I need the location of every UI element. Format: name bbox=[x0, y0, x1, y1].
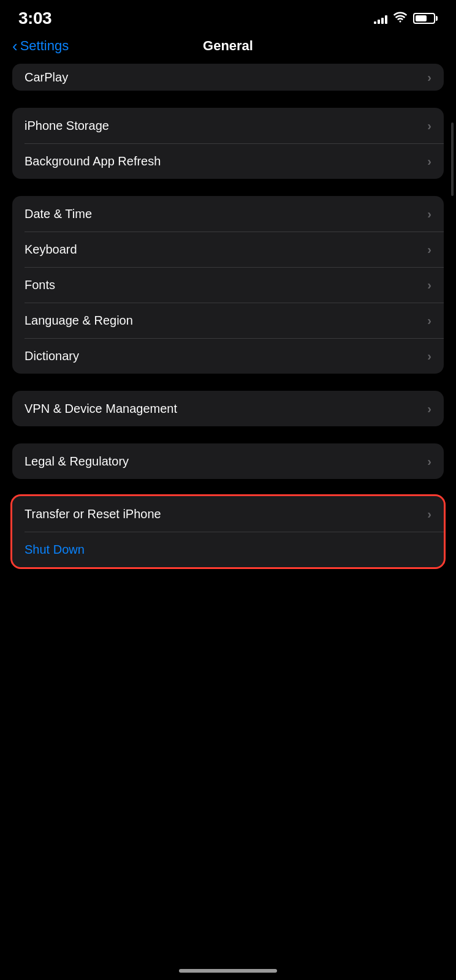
settings-item-carplay[interactable]: CarPlay › bbox=[12, 64, 444, 91]
chevron-right-icon: › bbox=[427, 70, 431, 85]
settings-content: CarPlay › iPhone Storage › Background Ap… bbox=[0, 64, 456, 567]
transfer-reset-label: Transfer or Reset iPhone bbox=[25, 507, 161, 521]
settings-item-fonts[interactable]: Fonts › bbox=[12, 267, 444, 303]
settings-item-vpn[interactable]: VPN & Device Management › bbox=[12, 391, 444, 426]
chevron-right-icon: › bbox=[427, 278, 431, 292]
settings-item-date-time[interactable]: Date & Time › bbox=[12, 196, 444, 232]
reset-group: Transfer or Reset iPhone › Shut Down bbox=[12, 496, 444, 567]
status-time: 3:03 bbox=[18, 9, 51, 28]
battery-icon bbox=[413, 13, 438, 24]
status-bar: 3:03 bbox=[0, 0, 456, 33]
settings-item-transfer-reset[interactable]: Transfer or Reset iPhone › bbox=[12, 496, 444, 532]
chevron-right-icon: › bbox=[427, 243, 431, 257]
signal-icon bbox=[374, 13, 387, 24]
chevron-right-icon: › bbox=[427, 119, 431, 133]
settings-item-shut-down[interactable]: Shut Down bbox=[12, 532, 444, 567]
vpn-group: VPN & Device Management › bbox=[12, 391, 444, 426]
dictionary-label: Dictionary bbox=[25, 349, 79, 363]
carplay-label: CarPlay bbox=[25, 70, 68, 85]
settings-item-keyboard[interactable]: Keyboard › bbox=[12, 232, 444, 267]
fonts-label: Fonts bbox=[25, 278, 55, 292]
datetime-group: Date & Time › Keyboard › Fonts › Languag… bbox=[12, 196, 444, 374]
date-time-label: Date & Time bbox=[25, 207, 92, 221]
chevron-right-icon: › bbox=[427, 314, 431, 328]
wifi-icon bbox=[393, 12, 407, 26]
page-title: General bbox=[203, 38, 253, 54]
keyboard-label: Keyboard bbox=[25, 243, 77, 257]
back-button-label: Settings bbox=[20, 38, 69, 54]
chevron-right-icon: › bbox=[427, 207, 431, 221]
settings-item-legal[interactable]: Legal & Regulatory › bbox=[12, 443, 444, 479]
legal-label: Legal & Regulatory bbox=[25, 454, 129, 469]
iphone-storage-label: iPhone Storage bbox=[25, 119, 109, 133]
settings-item-dictionary[interactable]: Dictionary › bbox=[12, 338, 444, 374]
chevron-right-icon: › bbox=[427, 349, 431, 363]
chevron-right-icon: › bbox=[427, 154, 431, 168]
background-app-refresh-label: Background App Refresh bbox=[25, 154, 161, 168]
settings-item-background-app-refresh[interactable]: Background App Refresh › bbox=[12, 143, 444, 179]
chevron-right-icon: › bbox=[427, 507, 431, 521]
scrollbar[interactable] bbox=[451, 123, 454, 196]
settings-item-iphone-storage[interactable]: iPhone Storage › bbox=[12, 108, 444, 143]
legal-group: Legal & Regulatory › bbox=[12, 443, 444, 479]
storage-group: iPhone Storage › Background App Refresh … bbox=[12, 108, 444, 179]
status-icons bbox=[374, 12, 438, 26]
back-button[interactable]: ‹ Settings bbox=[12, 38, 69, 54]
language-region-label: Language & Region bbox=[25, 314, 133, 328]
home-indicator bbox=[179, 969, 277, 973]
chevron-right-icon: › bbox=[427, 454, 431, 469]
nav-bar: ‹ Settings General bbox=[0, 33, 456, 64]
settings-item-language-region[interactable]: Language & Region › bbox=[12, 303, 444, 338]
shut-down-label: Shut Down bbox=[25, 543, 85, 557]
vpn-label: VPN & Device Management bbox=[25, 402, 177, 416]
back-chevron-icon: ‹ bbox=[12, 38, 18, 54]
chevron-right-icon: › bbox=[427, 402, 431, 416]
